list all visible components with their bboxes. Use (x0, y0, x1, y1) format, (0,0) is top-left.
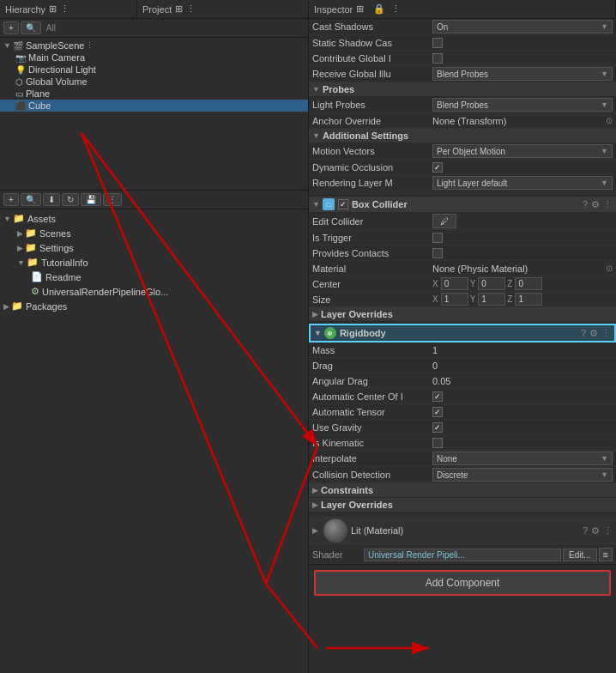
auto-tensor-checkbox[interactable] (432, 407, 443, 417)
material-sphere-preview (323, 518, 347, 543)
project-item-settings[interactable]: ▶ 📁 Settings (0, 240, 308, 255)
contribute-global-checkbox[interactable] (432, 53, 443, 64)
project-import-button[interactable]: ⬇ (43, 193, 60, 206)
edit-collider-button[interactable]: 🖊 (432, 214, 456, 228)
size-x-input[interactable]: 1 (441, 293, 468, 306)
constraints-header[interactable]: ▶ Constraints (309, 483, 616, 498)
motion-vectors-value[interactable]: Per Object Motion ▼ (432, 144, 613, 158)
collision-detection-dropdown[interactable]: Discrete ▼ (432, 468, 613, 482)
expand-arrow-packages[interactable]: ▶ (3, 302, 9, 311)
expand-arrow-tutorialinfo[interactable]: ▼ (17, 258, 25, 267)
edit-collider-btn-wrapper[interactable]: 🖊 (432, 214, 613, 228)
expand-arrow-settings[interactable]: ▶ (17, 244, 23, 252)
light-probes-value[interactable]: Blend Probes ▼ (432, 98, 613, 112)
hierarchy-item-plane[interactable]: ▭ Plane (0, 88, 308, 100)
hierarchy-item-cube[interactable]: ⬛ Cube (0, 100, 308, 112)
project-item-scenes[interactable]: ▶ 📁 Scenes (0, 226, 308, 240)
size-y-input[interactable]: 1 (478, 293, 505, 306)
cast-shadows-value[interactable]: On ▼ (432, 20, 613, 33)
collision-detection-value[interactable]: Discrete ▼ (432, 468, 613, 482)
cube-label: Cube (28, 100, 51, 111)
interpolate-dropdown[interactable]: None ▼ (432, 452, 613, 465)
angular-drag-value[interactable]: 0.05 (432, 376, 613, 386)
motion-vectors-dropdown[interactable]: Per Object Motion ▼ (432, 144, 613, 158)
box-collider-enabled[interactable] (338, 199, 348, 209)
expand-arrow-scenes[interactable]: ▶ (17, 229, 23, 238)
rendering-layer-value[interactable]: Light Layer default ▼ (432, 176, 613, 190)
shader-value[interactable]: Universal Render Pipeli... (364, 549, 561, 561)
additional-settings-header[interactable]: ▼ Additional Settings (309, 129, 616, 143)
project-item-packages[interactable]: ▶ 📁 Packages (0, 299, 308, 313)
center-z-input[interactable]: 0 (515, 277, 542, 290)
project-save-button[interactable]: 💾 (81, 193, 101, 206)
material-settings[interactable]: ⚙ (591, 525, 600, 537)
provides-contacts-checkbox[interactable] (432, 248, 443, 258)
rigidbody-help[interactable]: ? (581, 328, 586, 339)
project-search-button[interactable]: 🔍 (21, 193, 41, 206)
project-menu-button[interactable]: ⋮ (103, 193, 122, 206)
expand-arrow-samplescene[interactable]: ▼ (3, 41, 11, 50)
cast-shadows-dropdown[interactable]: On ▼ (432, 20, 613, 33)
is-trigger-checkbox[interactable] (432, 233, 443, 243)
receive-global-dropdown-inner[interactable]: Blend Probes ▼ (432, 67, 613, 81)
rendering-layer-dropdown[interactable]: Light Layer default ▼ (432, 176, 613, 190)
all-filter[interactable]: All (46, 23, 56, 33)
bc-layer-overrides-header[interactable]: ▶ Layer Overrides (309, 307, 616, 322)
box-collider-help[interactable]: ? (583, 199, 588, 210)
receive-global-dropdown[interactable]: Blend Probes ▼ (432, 67, 613, 81)
add-object-button[interactable]: + (3, 21, 19, 34)
anchor-override-value[interactable]: None (Transform) ⊙ (432, 116, 613, 126)
size-label: Size (312, 294, 432, 305)
project-item-assets[interactable]: ▼ 📁 Assets (0, 211, 308, 226)
material-menu[interactable]: ⋮ (603, 525, 613, 537)
is-kinematic-value (432, 438, 613, 448)
dynamic-occlusion-checkbox[interactable] (432, 162, 443, 173)
bc-material-link[interactable]: ⊙ (606, 264, 613, 273)
lock-icon[interactable]: 🔒 (373, 3, 385, 14)
center-y-input[interactable]: 0 (478, 277, 505, 290)
hierarchy-item-samplescene[interactable]: ▼ 🎬 SampleScene ⋮ (0, 39, 308, 52)
add-component-button[interactable]: Add Component (314, 570, 611, 596)
rb-layer-overrides-header[interactable]: ▶ Layer Overrides (309, 498, 616, 512)
is-kinematic-checkbox[interactable] (432, 438, 443, 448)
hierarchy-search-button[interactable]: 🔍 (21, 21, 41, 34)
auto-center-checkbox[interactable] (432, 391, 443, 402)
mass-value[interactable]: 1 (432, 345, 613, 355)
project-item-readme[interactable]: 📄 Readme (0, 270, 308, 284)
drag-value[interactable]: 0 (432, 361, 613, 371)
use-gravity-checkbox[interactable] (432, 422, 443, 433)
project-title-label: Project (142, 4, 172, 15)
interpolate-value[interactable]: None ▼ (432, 452, 613, 465)
light-probes-dropdown[interactable]: Blend Probes ▼ (432, 98, 613, 112)
project-item-urpasset[interactable]: ⚙ UniversalRenderPipelineGlo... (0, 284, 308, 299)
material-expand[interactable]: ▶ (312, 526, 318, 535)
material-help[interactable]: ? (583, 525, 588, 537)
center-x-input[interactable]: 0 (441, 277, 468, 290)
shader-list-button[interactable]: ≡ (599, 548, 613, 561)
bc-material-value[interactable]: None (Physic Material) ⊙ (432, 264, 613, 274)
rigidbody-expand[interactable]: ▼ (314, 329, 322, 337)
box-collider-settings[interactable]: ⚙ (591, 199, 600, 210)
project-refresh-button[interactable]: ↻ (62, 193, 79, 206)
auto-center-row: Automatic Center Of I (309, 389, 616, 404)
samplescene-menu[interactable]: ⋮ (86, 41, 94, 50)
rigidbody-menu[interactable]: ⋮ (601, 328, 611, 339)
receive-global-arrow: ▼ (601, 70, 608, 78)
probes-section-header[interactable]: ▼ Probes (309, 82, 616, 97)
provides-contacts-label: Provides Contacts (312, 248, 432, 258)
static-shadow-checkbox[interactable] (432, 38, 443, 48)
project-add-button[interactable]: + (3, 193, 19, 206)
hierarchy-item-directionallight[interactable]: 💡 Directional Light (0, 64, 308, 76)
shader-edit-button[interactable]: Edit... (563, 549, 597, 561)
box-collider-expand[interactable]: ▼ (312, 200, 320, 209)
project-item-tutorialinfo[interactable]: ▼ 📁 TutorialInfo (0, 255, 308, 270)
collision-detection-label: Collision Detection (312, 470, 432, 480)
expand-arrow-assets[interactable]: ▼ (3, 215, 11, 223)
box-collider-menu[interactable]: ⋮ (603, 199, 613, 210)
hierarchy-item-maincamera[interactable]: 📷 Main Camera (0, 52, 308, 64)
hierarchy-item-globalvolume[interactable]: ⬡ Global Volume (0, 76, 308, 88)
anchor-link-icon[interactable]: ⊙ (606, 116, 613, 125)
size-z-input[interactable]: 1 (515, 293, 542, 306)
rigidbody-settings[interactable]: ⚙ (589, 328, 598, 339)
contribute-global-row: Contribute Global I (309, 51, 616, 66)
